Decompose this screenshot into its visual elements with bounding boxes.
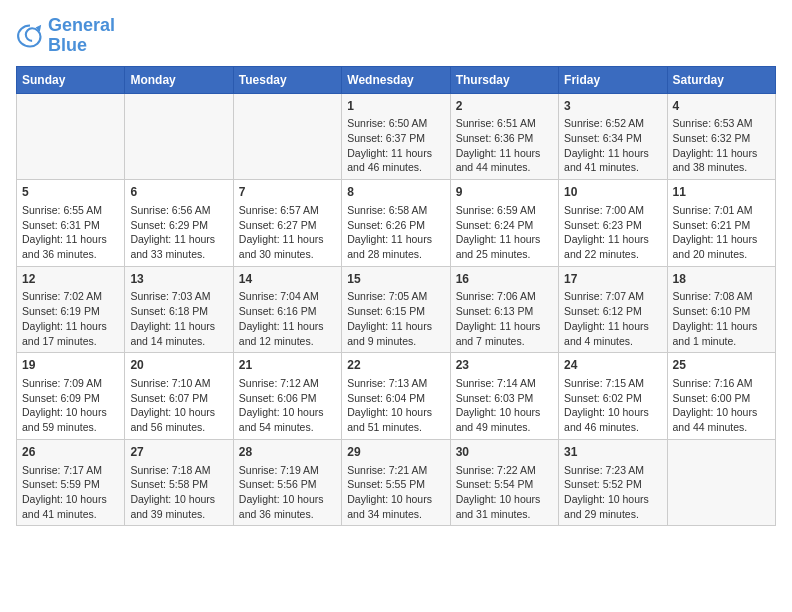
cell-content: Sunrise: 7:12 AM Sunset: 6:06 PM Dayligh… [239, 376, 336, 435]
day-number: 4 [673, 98, 770, 115]
calendar-cell: 17Sunrise: 7:07 AM Sunset: 6:12 PM Dayli… [559, 266, 667, 353]
day-number: 20 [130, 357, 227, 374]
day-number: 24 [564, 357, 661, 374]
day-number: 19 [22, 357, 119, 374]
calendar-cell: 18Sunrise: 7:08 AM Sunset: 6:10 PM Dayli… [667, 266, 775, 353]
cell-content: Sunrise: 7:09 AM Sunset: 6:09 PM Dayligh… [22, 376, 119, 435]
day-number: 31 [564, 444, 661, 461]
day-number: 21 [239, 357, 336, 374]
calendar-cell: 9Sunrise: 6:59 AM Sunset: 6:24 PM Daylig… [450, 180, 558, 267]
day-number: 25 [673, 357, 770, 374]
day-number: 23 [456, 357, 553, 374]
cell-content: Sunrise: 7:08 AM Sunset: 6:10 PM Dayligh… [673, 289, 770, 348]
calendar-cell: 25Sunrise: 7:16 AM Sunset: 6:00 PM Dayli… [667, 353, 775, 440]
calendar-week-1: 1Sunrise: 6:50 AM Sunset: 6:37 PM Daylig… [17, 93, 776, 180]
logo-icon [16, 22, 44, 50]
day-number: 10 [564, 184, 661, 201]
day-header-wednesday: Wednesday [342, 66, 450, 93]
calendar-cell: 3Sunrise: 6:52 AM Sunset: 6:34 PM Daylig… [559, 93, 667, 180]
calendar-cell: 16Sunrise: 7:06 AM Sunset: 6:13 PM Dayli… [450, 266, 558, 353]
day-number: 5 [22, 184, 119, 201]
cell-content: Sunrise: 7:15 AM Sunset: 6:02 PM Dayligh… [564, 376, 661, 435]
calendar-cell: 24Sunrise: 7:15 AM Sunset: 6:02 PM Dayli… [559, 353, 667, 440]
day-header-tuesday: Tuesday [233, 66, 341, 93]
day-number: 16 [456, 271, 553, 288]
calendar-cell: 28Sunrise: 7:19 AM Sunset: 5:56 PM Dayli… [233, 439, 341, 526]
calendar-header-row: SundayMondayTuesdayWednesdayThursdayFrid… [17, 66, 776, 93]
day-header-sunday: Sunday [17, 66, 125, 93]
calendar-cell: 14Sunrise: 7:04 AM Sunset: 6:16 PM Dayli… [233, 266, 341, 353]
cell-content: Sunrise: 7:22 AM Sunset: 5:54 PM Dayligh… [456, 463, 553, 522]
calendar-cell: 7Sunrise: 6:57 AM Sunset: 6:27 PM Daylig… [233, 180, 341, 267]
day-number: 3 [564, 98, 661, 115]
cell-content: Sunrise: 6:52 AM Sunset: 6:34 PM Dayligh… [564, 116, 661, 175]
page-header: General Blue [16, 16, 776, 56]
cell-content: Sunrise: 7:18 AM Sunset: 5:58 PM Dayligh… [130, 463, 227, 522]
day-header-friday: Friday [559, 66, 667, 93]
cell-content: Sunrise: 7:14 AM Sunset: 6:03 PM Dayligh… [456, 376, 553, 435]
calendar-cell: 11Sunrise: 7:01 AM Sunset: 6:21 PM Dayli… [667, 180, 775, 267]
calendar-cell: 8Sunrise: 6:58 AM Sunset: 6:26 PM Daylig… [342, 180, 450, 267]
cell-content: Sunrise: 7:19 AM Sunset: 5:56 PM Dayligh… [239, 463, 336, 522]
calendar-cell: 21Sunrise: 7:12 AM Sunset: 6:06 PM Dayli… [233, 353, 341, 440]
calendar-cell: 30Sunrise: 7:22 AM Sunset: 5:54 PM Dayli… [450, 439, 558, 526]
day-number: 6 [130, 184, 227, 201]
cell-content: Sunrise: 7:10 AM Sunset: 6:07 PM Dayligh… [130, 376, 227, 435]
cell-content: Sunrise: 6:53 AM Sunset: 6:32 PM Dayligh… [673, 116, 770, 175]
cell-content: Sunrise: 7:03 AM Sunset: 6:18 PM Dayligh… [130, 289, 227, 348]
calendar-cell [667, 439, 775, 526]
calendar-cell: 31Sunrise: 7:23 AM Sunset: 5:52 PM Dayli… [559, 439, 667, 526]
logo-text-line2: Blue [48, 36, 115, 56]
cell-content: Sunrise: 6:56 AM Sunset: 6:29 PM Dayligh… [130, 203, 227, 262]
cell-content: Sunrise: 7:21 AM Sunset: 5:55 PM Dayligh… [347, 463, 444, 522]
calendar-cell [17, 93, 125, 180]
cell-content: Sunrise: 6:51 AM Sunset: 6:36 PM Dayligh… [456, 116, 553, 175]
calendar-cell: 13Sunrise: 7:03 AM Sunset: 6:18 PM Dayli… [125, 266, 233, 353]
calendar-cell: 20Sunrise: 7:10 AM Sunset: 6:07 PM Dayli… [125, 353, 233, 440]
cell-content: Sunrise: 7:04 AM Sunset: 6:16 PM Dayligh… [239, 289, 336, 348]
calendar-week-5: 26Sunrise: 7:17 AM Sunset: 5:59 PM Dayli… [17, 439, 776, 526]
cell-content: Sunrise: 7:06 AM Sunset: 6:13 PM Dayligh… [456, 289, 553, 348]
day-header-monday: Monday [125, 66, 233, 93]
calendar-week-3: 12Sunrise: 7:02 AM Sunset: 6:19 PM Dayli… [17, 266, 776, 353]
day-number: 12 [22, 271, 119, 288]
day-number: 13 [130, 271, 227, 288]
cell-content: Sunrise: 7:23 AM Sunset: 5:52 PM Dayligh… [564, 463, 661, 522]
calendar-cell: 5Sunrise: 6:55 AM Sunset: 6:31 PM Daylig… [17, 180, 125, 267]
cell-content: Sunrise: 7:00 AM Sunset: 6:23 PM Dayligh… [564, 203, 661, 262]
calendar-cell [125, 93, 233, 180]
day-number: 27 [130, 444, 227, 461]
calendar-table: SundayMondayTuesdayWednesdayThursdayFrid… [16, 66, 776, 527]
calendar-cell: 15Sunrise: 7:05 AM Sunset: 6:15 PM Dayli… [342, 266, 450, 353]
calendar-week-2: 5Sunrise: 6:55 AM Sunset: 6:31 PM Daylig… [17, 180, 776, 267]
calendar-cell: 26Sunrise: 7:17 AM Sunset: 5:59 PM Dayli… [17, 439, 125, 526]
cell-content: Sunrise: 6:58 AM Sunset: 6:26 PM Dayligh… [347, 203, 444, 262]
day-number: 1 [347, 98, 444, 115]
day-number: 7 [239, 184, 336, 201]
day-number: 15 [347, 271, 444, 288]
calendar-cell: 1Sunrise: 6:50 AM Sunset: 6:37 PM Daylig… [342, 93, 450, 180]
cell-content: Sunrise: 7:05 AM Sunset: 6:15 PM Dayligh… [347, 289, 444, 348]
calendar-cell: 22Sunrise: 7:13 AM Sunset: 6:04 PM Dayli… [342, 353, 450, 440]
cell-content: Sunrise: 7:17 AM Sunset: 5:59 PM Dayligh… [22, 463, 119, 522]
day-number: 17 [564, 271, 661, 288]
cell-content: Sunrise: 6:55 AM Sunset: 6:31 PM Dayligh… [22, 203, 119, 262]
day-number: 29 [347, 444, 444, 461]
cell-content: Sunrise: 7:13 AM Sunset: 6:04 PM Dayligh… [347, 376, 444, 435]
day-number: 2 [456, 98, 553, 115]
day-number: 28 [239, 444, 336, 461]
day-number: 18 [673, 271, 770, 288]
cell-content: Sunrise: 7:16 AM Sunset: 6:00 PM Dayligh… [673, 376, 770, 435]
day-number: 22 [347, 357, 444, 374]
calendar-cell: 2Sunrise: 6:51 AM Sunset: 6:36 PM Daylig… [450, 93, 558, 180]
cell-content: Sunrise: 6:50 AM Sunset: 6:37 PM Dayligh… [347, 116, 444, 175]
day-number: 14 [239, 271, 336, 288]
cell-content: Sunrise: 7:02 AM Sunset: 6:19 PM Dayligh… [22, 289, 119, 348]
day-number: 9 [456, 184, 553, 201]
cell-content: Sunrise: 6:57 AM Sunset: 6:27 PM Dayligh… [239, 203, 336, 262]
day-number: 26 [22, 444, 119, 461]
cell-content: Sunrise: 7:01 AM Sunset: 6:21 PM Dayligh… [673, 203, 770, 262]
day-number: 11 [673, 184, 770, 201]
calendar-week-4: 19Sunrise: 7:09 AM Sunset: 6:09 PM Dayli… [17, 353, 776, 440]
day-number: 30 [456, 444, 553, 461]
